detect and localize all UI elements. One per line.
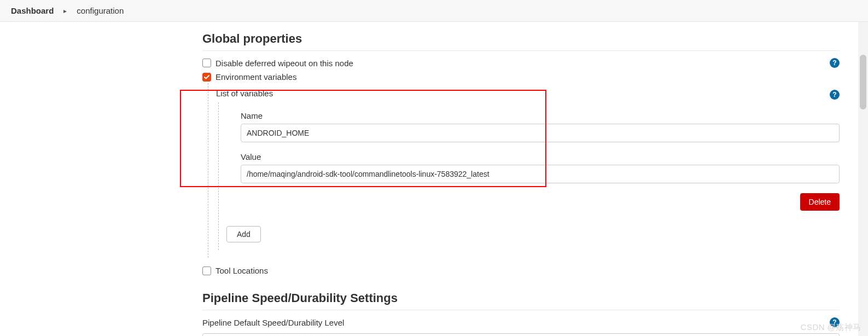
add-button[interactable]: Add [226,226,261,242]
breadcrumb: Dashboard ▸ configuration [0,0,868,22]
help-icon[interactable]: ? [830,90,840,100]
name-field-label: Name [241,111,840,120]
env-vars-label: Environment variables [215,72,296,82]
disable-wipeout-checkbox[interactable] [202,59,211,67]
divider [202,50,840,51]
help-icon[interactable]: ? [830,58,840,68]
scrollbar-thumb[interactable] [860,55,866,109]
disable-wipeout-label: Disable deferred wipeout on this node [215,59,353,68]
help-icon[interactable]: ? [830,317,840,327]
breadcrumb-item-dashboard[interactable]: Dashboard [11,6,54,15]
list-of-variables-label: List of variables [216,89,273,98]
value-field-label: Value [241,152,840,161]
main-content: Global properties Disable deferred wipeo… [183,22,856,336]
breadcrumb-item-configuration[interactable]: configuration [77,6,124,15]
env-vars-block: List of variables ? Name Value Delete Ad… [208,83,840,258]
pipeline-durability-select[interactable]: None: use pipeline default (MAX_SURVIVAB… [202,333,840,336]
tool-locations-label: Tool Locations [215,266,268,275]
pipeline-settings-title: Pipeline Speed/Durability Settings [202,291,840,305]
delete-button[interactable]: Delete [800,193,840,211]
divider [202,310,840,310]
env-vars-checkbox[interactable] [202,73,211,82]
chevron-right-icon: ▸ [63,7,67,15]
global-properties-title: Global properties [202,32,840,46]
scrollbar-track[interactable] [858,22,868,336]
value-input[interactable] [241,165,840,183]
tool-locations-checkbox[interactable] [202,267,211,275]
pipeline-default-label: Pipeline Default Speed/Durability Level [202,318,344,327]
variable-entry: Name Value Delete Add [218,102,840,250]
name-input[interactable] [241,124,840,142]
